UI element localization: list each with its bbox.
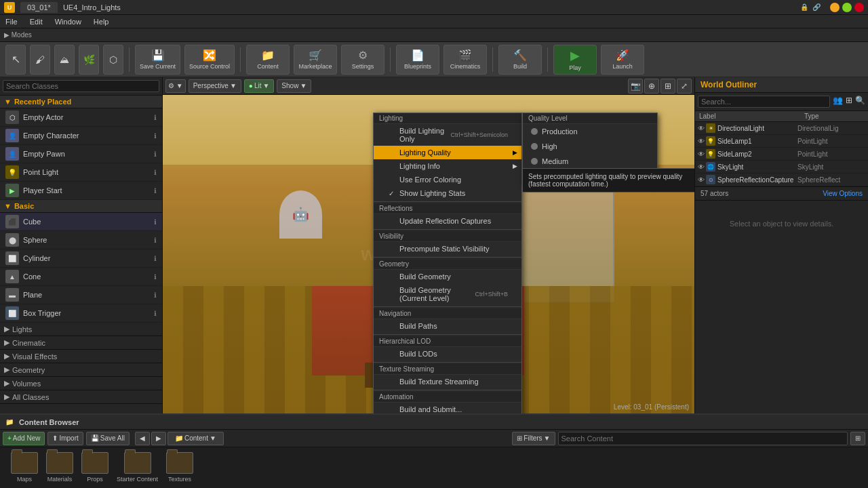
visual-effects-section[interactable]: ▶ Visual Effects: [0, 350, 162, 363]
list-item[interactable]: 💡 Point Light ℹ: [0, 163, 162, 182]
list-item[interactable]: ⬤ Sphere ℹ: [0, 231, 162, 249]
blueprints-button[interactable]: 📄 Blueprints: [396, 45, 439, 75]
outliner-search-icon[interactable]: 🔍: [855, 96, 865, 108]
update-reflection-item[interactable]: Update Reflection Captures: [374, 214, 521, 228]
content-search-input[interactable]: [558, 432, 848, 445]
menu-help[interactable]: Help: [91, 18, 112, 26]
view-options-button[interactable]: View Options: [823, 190, 863, 197]
list-item[interactable]: ▶ Player Start ℹ: [0, 182, 162, 200]
maximize-button[interactable]: [842, 3, 852, 12]
table-row[interactable]: 👁 🌐 SkyLight SkyLight: [695, 161, 868, 174]
viewport-options-button[interactable]: ⚙ ▼: [165, 79, 186, 93]
launch-button[interactable]: 🚀 Launch: [601, 45, 644, 75]
show-button[interactable]: Show ▼: [277, 79, 311, 93]
toolbar-mesh-mode[interactable]: ⬡: [103, 45, 123, 75]
build-button[interactable]: 🔨 Build: [498, 45, 542, 75]
search-classes-input[interactable]: [3, 80, 159, 92]
visibility-eye-icon[interactable]: 👁: [698, 163, 705, 171]
visibility-eye-icon[interactable]: 👁: [698, 150, 705, 158]
modes-button[interactable]: ▶ Modes: [4, 31, 32, 39]
perspective-button[interactable]: Perspective ▼: [189, 79, 241, 93]
menu-file[interactable]: File: [3, 18, 20, 26]
import-button[interactable]: ⬆ Import: [47, 432, 83, 445]
toolbar-separator-3: [390, 47, 391, 72]
table-row[interactable]: 👁 ⊙ SphereReflectionCapture SphereReflec…: [695, 174, 868, 186]
props-folder[interactable]: Props: [81, 452, 108, 483]
table-row[interactable]: 👁 💡 SideLamp2 PointLight: [695, 148, 868, 161]
build-lighting-only-item[interactable]: Build Lighting Only Ctrl+Shift+Semicolon: [374, 124, 521, 146]
cinematic-section[interactable]: ▶ Cinematic: [0, 336, 162, 350]
close-button[interactable]: [854, 3, 864, 12]
add-new-button[interactable]: + Add New: [3, 432, 45, 445]
lighting-info-item[interactable]: Lighting Info: [374, 159, 521, 173]
show-lighting-stats-item[interactable]: ✓ Show Lighting Stats: [374, 186, 521, 200]
list-item[interactable]: ⬛ Cube ℹ: [0, 213, 162, 231]
use-error-coloring-item[interactable]: Use Error Coloring: [374, 173, 521, 186]
menu-window[interactable]: Window: [52, 18, 84, 26]
build-paths-item[interactable]: Build Paths: [374, 319, 521, 333]
content-button[interactable]: 📁 Content: [246, 45, 290, 75]
minimize-button[interactable]: [830, 3, 840, 12]
tab-title[interactable]: 03_01*: [20, 2, 58, 13]
quality-high[interactable]: High: [523, 139, 657, 154]
outliner-search-input[interactable]: [698, 96, 830, 108]
viewport-3d[interactable]: 🤖 www.rr-sc.com Level: 03_01 (Persistent…: [163, 95, 694, 413]
cinematics-button[interactable]: 🎬 Cinematics: [443, 45, 487, 75]
visibility-eye-icon[interactable]: 👁: [698, 125, 705, 132]
starter-content-folder[interactable]: Starter Content: [117, 452, 158, 483]
save-all-button[interactable]: 💾 Save All: [86, 432, 130, 445]
list-item[interactable]: ⬜ Cylinder ℹ: [0, 249, 162, 268]
visibility-eye-icon[interactable]: 👁: [698, 138, 705, 145]
viewport-camera-icon[interactable]: 📷: [628, 79, 643, 94]
toolbar-foliage-mode[interactable]: 🌿: [79, 45, 99, 75]
build-geometry-level-item[interactable]: Build Geometry (Current Level) Ctrl+Shif…: [374, 283, 521, 305]
volumes-section[interactable]: ▶ Volumes: [0, 377, 162, 390]
textures-folder[interactable]: Textures: [166, 452, 193, 483]
lights-section[interactable]: ▶ Lights: [0, 323, 162, 336]
sphere-reflection-icon: ⊙: [706, 175, 715, 184]
source-control-button[interactable]: 🔀 Source Control: [184, 45, 235, 75]
nav-back-button[interactable]: ◀: [135, 432, 150, 445]
folders-area: Maps Materials Props Starter Content Tex…: [0, 447, 204, 488]
toolbar-landscape-mode[interactable]: ⛰: [54, 45, 75, 75]
menu-edit[interactable]: Edit: [27, 18, 45, 26]
materials-folder[interactable]: Materials: [46, 452, 73, 483]
build-lods-item[interactable]: Build LODs: [374, 347, 521, 361]
list-item[interactable]: ▲ Cone ℹ: [0, 268, 162, 286]
build-texture-item[interactable]: Build Texture Streaming: [374, 375, 521, 388]
precompute-static-item[interactable]: Precompute Static Visibility: [374, 242, 521, 256]
viewport-maximize-icon[interactable]: ⤢: [677, 79, 692, 94]
table-row[interactable]: 👁 💡 SideLamp1 PointLight: [695, 135, 868, 148]
list-item[interactable]: 👤 Empty Pawn ℹ: [0, 145, 162, 163]
outliner-filter-icon: ⊞: [846, 96, 852, 108]
play-button[interactable]: ▶ Play: [553, 45, 597, 75]
list-item[interactable]: 👤 Empty Character ℹ: [0, 127, 162, 145]
nav-forward-button[interactable]: ▶: [151, 432, 166, 445]
build-submit-item[interactable]: Build and Submit...: [374, 403, 521, 413]
list-item[interactable]: ⬡ Empty Actor ℹ: [0, 108, 162, 127]
lighting-quality-item[interactable]: Lighting Quality: [374, 146, 521, 159]
toolbar-select-mode[interactable]: ↖: [5, 45, 26, 75]
table-row[interactable]: 👁 ☀ DirectionalLight DirectionalLig: [695, 122, 868, 135]
content-path-button[interactable]: 📁 Content ▼: [167, 432, 224, 445]
toolbar-paint-mode[interactable]: 🖌: [30, 45, 50, 75]
maps-folder[interactable]: Maps: [11, 452, 38, 483]
quality-production[interactable]: Production: [523, 124, 657, 139]
filters-button[interactable]: ⊞ Filters ▼: [512, 432, 555, 445]
viewport-transform-icon[interactable]: ⊕: [644, 79, 659, 94]
settings-button[interactable]: ⚙ Settings: [341, 45, 384, 75]
marketplace-button[interactable]: 🛒 Marketplace: [294, 45, 337, 75]
all-classes-section[interactable]: ▶ All Classes: [0, 390, 162, 404]
list-item[interactable]: ▬ Plane ℹ: [0, 286, 162, 304]
geometry-section[interactable]: ▶ Geometry: [0, 363, 162, 377]
viewport-grid-icon[interactable]: ⊞: [660, 79, 675, 94]
list-item[interactable]: ⬜ Box Trigger ℹ: [0, 304, 162, 323]
lit-button[interactable]: ● Lit ▼: [244, 79, 275, 93]
build-geometry-item[interactable]: Build Geometry: [374, 270, 521, 283]
basic-section[interactable]: ▼ Basic: [0, 200, 162, 213]
cb-view-button[interactable]: ⊞: [850, 432, 865, 445]
visibility-eye-icon[interactable]: 👁: [698, 176, 705, 184]
save-current-button[interactable]: 💾 Save Current: [135, 45, 180, 75]
quality-medium[interactable]: Medium: [523, 154, 657, 169]
recently-placed-section[interactable]: ▼ Recently Placed: [0, 96, 162, 108]
